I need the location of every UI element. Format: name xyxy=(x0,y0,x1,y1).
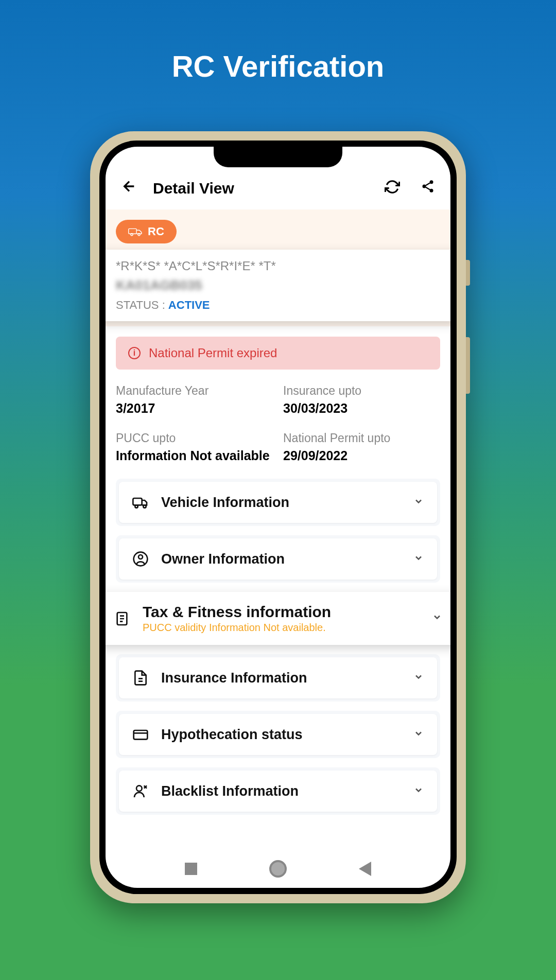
accordion-title: Owner Information xyxy=(161,551,401,567)
accordion-list: Vehicle Information Owner Information Ta… xyxy=(116,479,440,815)
status-label: STATUS : xyxy=(116,299,168,311)
accordion-title: Blacklist Information xyxy=(161,783,401,799)
svg-point-8 xyxy=(143,505,146,507)
info-item-manufacture-year: Manufacture Year 3/2017 xyxy=(116,384,273,416)
info-label: National Permit upto xyxy=(283,431,440,445)
svg-point-7 xyxy=(135,505,137,507)
info-item-national-permit-upto: National Permit upto 29/09/2022 xyxy=(283,431,440,463)
svg-point-4 xyxy=(131,234,133,236)
info-value: 30/03/2023 xyxy=(283,401,440,416)
accordion-vehicle-information[interactable]: Vehicle Information xyxy=(119,482,437,523)
user-circle-icon xyxy=(132,551,149,567)
chevron-down-icon xyxy=(413,785,424,798)
svg-point-0 xyxy=(430,180,433,184)
info-label: PUCC upto xyxy=(116,431,273,445)
chevron-down-icon xyxy=(413,672,424,685)
nav-home-icon[interactable] xyxy=(269,860,287,878)
phone-side-button xyxy=(466,337,470,394)
info-value: 29/09/2022 xyxy=(283,448,440,463)
svg-point-5 xyxy=(138,234,140,236)
svg-rect-3 xyxy=(129,229,136,234)
phone-frame: Detail View RC *R*K*S* *A*C*L*S*R*I*E* xyxy=(90,131,466,903)
accordion-title: Insurance Information xyxy=(161,670,401,686)
phone-side-button xyxy=(466,260,470,286)
back-arrow-icon[interactable] xyxy=(121,178,137,199)
chevron-down-icon xyxy=(413,496,424,509)
accordion-title: Hypothecation status xyxy=(161,727,401,743)
info-label: Insurance upto xyxy=(283,384,440,398)
rc-chip[interactable]: RC xyxy=(116,220,177,243)
alert-text: National Permit expired xyxy=(149,346,277,360)
accordion-insurance-information[interactable]: Insurance Information xyxy=(119,657,437,698)
svg-rect-12 xyxy=(134,730,148,739)
accordion-tax-fitness-information[interactable]: Tax & Fitness information PUCC validity … xyxy=(106,592,450,645)
nav-back-icon[interactable] xyxy=(359,862,371,876)
info-value: Information Not available xyxy=(116,448,273,463)
nav-recent-icon[interactable] xyxy=(185,863,197,875)
phone-screen: Detail View RC *R*K*S* *A*C*L*S*R*I*E* xyxy=(106,147,450,888)
main-content: i National Permit expired Manufacture Ye… xyxy=(106,326,450,825)
card-icon xyxy=(132,726,149,743)
share-icon[interactable] xyxy=(421,179,435,198)
chevron-down-icon xyxy=(432,612,442,625)
alert-banner: i National Permit expired xyxy=(116,337,440,370)
page-title: RC Verification xyxy=(0,0,556,83)
phone-notch xyxy=(214,147,342,167)
chevron-down-icon xyxy=(413,728,424,741)
registration-number: KA01AGB035 xyxy=(116,277,440,293)
rc-summary-card: *R*K*S* *A*C*L*S*R*I*E* *T* KA01AGB035 S… xyxy=(106,250,450,321)
alert-icon: i xyxy=(128,347,141,359)
truck-icon xyxy=(128,226,143,237)
header-title: Detail View xyxy=(153,180,369,197)
accordion-hypothecation-status[interactable]: Hypothecation status xyxy=(119,714,437,755)
rc-status: STATUS : ACTIVE xyxy=(116,299,440,312)
svg-point-13 xyxy=(136,785,142,791)
info-label: Manufacture Year xyxy=(116,384,273,398)
document-icon xyxy=(114,610,130,627)
refresh-icon[interactable] xyxy=(385,179,400,198)
owner-name: *R*K*S* *A*C*L*S*R*I*E* *T* xyxy=(116,259,440,273)
rc-chip-label: RC xyxy=(148,225,164,238)
accordion-title: Tax & Fitness information xyxy=(143,603,420,621)
rc-section: RC *R*K*S* *A*C*L*S*R*I*E* *T* KA01AGB03… xyxy=(106,209,450,326)
accordion-owner-information[interactable]: Owner Information xyxy=(119,538,437,580)
accordion-subtitle: PUCC validity Information Not available. xyxy=(143,622,420,634)
svg-point-10 xyxy=(138,555,143,559)
svg-rect-6 xyxy=(133,498,142,505)
info-item-pucc-upto: PUCC upto Information Not available xyxy=(116,431,273,463)
status-value: ACTIVE xyxy=(168,299,210,311)
svg-point-1 xyxy=(423,184,426,188)
chevron-down-icon xyxy=(413,553,424,566)
accordion-blacklist-information[interactable]: Blacklist Information xyxy=(119,771,437,812)
file-icon xyxy=(132,670,149,686)
phone-bezel: Detail View RC *R*K*S* *A*C*L*S*R*I*E* xyxy=(99,141,457,894)
user-x-icon xyxy=(132,783,149,799)
svg-point-2 xyxy=(430,188,433,192)
accordion-title: Vehicle Information xyxy=(161,495,401,511)
info-grid: Manufacture Year 3/2017 Insurance upto 3… xyxy=(116,384,440,463)
info-item-insurance-upto: Insurance upto 30/03/2023 xyxy=(283,384,440,416)
truck-icon xyxy=(132,494,149,511)
info-value: 3/2017 xyxy=(116,401,273,416)
android-nav-bar xyxy=(106,860,450,878)
